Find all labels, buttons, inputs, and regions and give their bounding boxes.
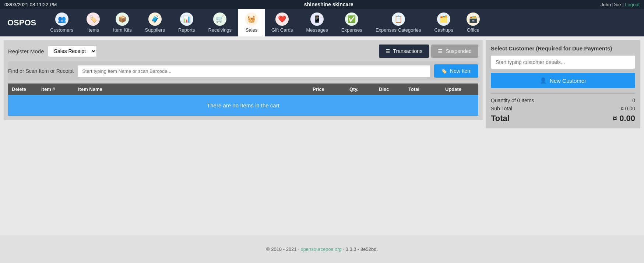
transactions-icon: ☰ <box>386 48 390 54</box>
table-header-disc: Disc <box>379 86 408 92</box>
messages-icon: 📱 <box>310 13 324 26</box>
subtotal-value: ¤ 0.00 <box>621 106 635 111</box>
new-item-label: New Item <box>450 68 472 74</box>
register-mode-row: Register Mode Sales Receipt ☰ Transactio… <box>8 45 478 58</box>
itemkits-icon: 📦 <box>116 13 129 26</box>
suppliers-label: Suppliers <box>145 27 165 33</box>
nav-item-receivings[interactable]: 🛒 Receivings <box>201 9 238 36</box>
left-panel: Register Mode Sales Receipt ☰ Transactio… <box>4 40 483 120</box>
giftcards-label: Gift Cards <box>271 27 293 33</box>
giftcards-icon: ❤️ <box>275 13 289 26</box>
footer-link[interactable]: opensourcepos.org <box>300 246 341 252</box>
reports-icon: 📊 <box>180 13 193 26</box>
username: John Doe <box>601 2 621 7</box>
table-header-total: Total <box>408 86 445 92</box>
nav-item-reports[interactable]: 📊 Reports <box>172 9 202 36</box>
divider <box>491 93 635 94</box>
table-header-price: Price <box>313 86 349 92</box>
nav-item-cashups[interactable]: 🗂️ Cashups <box>427 9 460 36</box>
new-customer-icon: 👤 <box>540 77 547 84</box>
customers-icon: 👥 <box>55 13 68 26</box>
new-item-icon: 🏷️ <box>441 68 447 74</box>
nav-item-customers[interactable]: 👥 Customers <box>43 9 80 36</box>
cashups-label: Cashups <box>434 27 453 33</box>
logout-link[interactable]: Logout <box>625 2 640 7</box>
reports-label: Reports <box>178 27 195 33</box>
datetime: 08/03/2021 08:11:22 PM <box>4 2 57 7</box>
quantity-row: Quantity of 0 Items 0 <box>491 97 635 103</box>
mode-buttons: ☰ Transactions ☰ Suspended <box>379 45 478 58</box>
items-icon: 🏷️ <box>87 13 100 26</box>
footer-copyright: © 2010 - 2021 · <box>266 246 300 252</box>
nav-item-itemkits[interactable]: 📦 Item Kits <box>106 9 138 36</box>
quantity-label: Quantity of 0 Items <box>491 97 534 103</box>
register-mode-label: Register Mode <box>8 48 44 54</box>
total-value: ¤ 0.00 <box>613 114 635 123</box>
receivings-icon: 🛒 <box>213 13 226 26</box>
subtotal-label: Sub Total <box>491 106 512 111</box>
main-content: Register Mode Sales Receipt ☰ Transactio… <box>0 36 644 132</box>
new-customer-label: New Customer <box>550 78 586 84</box>
footer: © 2010 - 2021 · opensourcepos.org · 3.3.… <box>0 235 644 263</box>
nav-item-sales[interactable]: 🧺 Sales <box>238 9 265 36</box>
nav-item-office[interactable]: 🗃️ Office <box>460 9 486 36</box>
table-header-delete: Delete <box>12 86 41 92</box>
nav-item-expensecategories[interactable]: 📋 Expenses Categories <box>369 9 428 36</box>
nav-item-messages[interactable]: 📱 Messages <box>300 9 335 36</box>
office-label: Office <box>467 27 479 33</box>
total-label: Total <box>491 114 510 123</box>
customers-label: Customers <box>50 27 73 33</box>
register-mode-select[interactable]: Sales Receipt <box>48 45 97 57</box>
user-area: John Doe | Logout <box>601 2 640 7</box>
subtotal-row: Sub Total ¤ 0.00 <box>491 106 635 111</box>
nav-item-suppliers[interactable]: 🧳 Suppliers <box>138 9 172 36</box>
app-title: shineshine skincare <box>304 1 353 7</box>
find-item-input[interactable] <box>77 65 430 77</box>
itemkits-label: Item Kits <box>113 27 132 33</box>
suppliers-icon: 🧳 <box>148 13 162 26</box>
cashups-icon: 🗂️ <box>437 13 450 26</box>
suspended-icon: ☰ <box>438 48 443 54</box>
sales-icon: 🧺 <box>245 13 258 26</box>
cart-empty-message: There are no Items in the cart <box>207 102 279 109</box>
nav-items: 👥 Customers 🏷️ Items 📦 Item Kits 🧳 Suppl… <box>43 9 486 36</box>
nav-item-giftcards[interactable]: ❤️ Gift Cards <box>265 9 300 36</box>
suspended-button[interactable]: ☰ Suspended <box>431 45 478 58</box>
table-header-qty-: Qty. <box>349 86 379 92</box>
office-icon: 🗃️ <box>467 13 480 26</box>
expenses-label: Expenses <box>341 27 362 33</box>
receivings-label: Receivings <box>208 27 232 33</box>
new-item-button[interactable]: 🏷️ New Item <box>434 64 478 78</box>
messages-label: Messages <box>306 27 328 33</box>
top-bar: 08/03/2021 08:11:22 PM shineshine skinca… <box>0 0 644 9</box>
customer-search-input[interactable] <box>491 55 635 69</box>
transactions-label: Transactions <box>393 48 423 54</box>
nav-item-items[interactable]: 🏷️ Items <box>80 9 106 36</box>
sales-label: Sales <box>246 27 258 33</box>
suspended-label: Suspended <box>446 48 472 54</box>
total-row: Total ¤ 0.00 <box>491 114 635 123</box>
customer-panel-title: Select Customer (Required for Due Paymen… <box>491 45 635 51</box>
transactions-button[interactable]: ☰ Transactions <box>379 45 429 58</box>
expensecategories-label: Expenses Categories <box>376 27 421 33</box>
right-panel: Select Customer (Required for Due Paymen… <box>486 40 640 128</box>
nav-item-expenses[interactable]: ✅ Expenses <box>335 9 369 36</box>
table-header-update: Update <box>445 86 475 92</box>
cart-empty: There are no Items in the cart <box>8 95 478 116</box>
find-item-row: Find or Scan Item or Receipt 🏷️ New Item <box>8 61 478 81</box>
nav-bar: OSPOS 👥 Customers 🏷️ Items 📦 Item Kits 🧳… <box>0 9 644 36</box>
items-label: Items <box>87 27 99 33</box>
nav-logo: OSPOS <box>4 11 43 34</box>
quantity-value: 0 <box>632 97 635 103</box>
expenses-icon: ✅ <box>345 13 358 26</box>
footer-version: · 3.3.3 - 8e52bd. <box>342 246 378 252</box>
expensecategories-icon: 📋 <box>392 13 405 26</box>
find-item-label: Find or Scan Item or Receipt <box>8 68 74 74</box>
table-header: DeleteItem #Item NamePriceQty.DiscTotalU… <box>8 83 478 95</box>
new-customer-button[interactable]: 👤 New Customer <box>491 73 635 88</box>
table-header-item-name: Item Name <box>78 86 313 92</box>
table-header-item--: Item # <box>41 86 78 92</box>
